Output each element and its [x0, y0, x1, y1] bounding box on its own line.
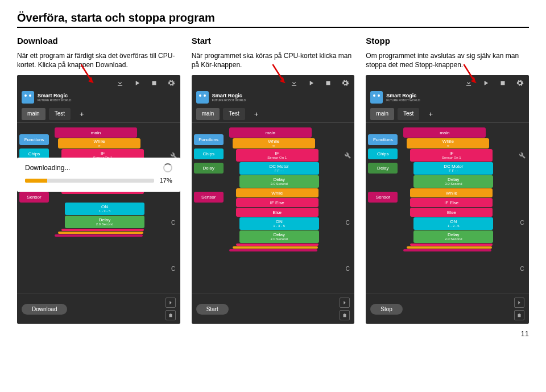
stop-icon[interactable] — [324, 79, 333, 88]
block-delay2-label: Delay — [99, 218, 110, 223]
tab-test[interactable]: Test — [223, 108, 245, 120]
logo-subtitle: FUTURE ROBOT WORLD — [212, 98, 246, 102]
trash-icon[interactable] — [166, 310, 176, 320]
block-else[interactable]: Else — [410, 208, 493, 217]
stop-icon[interactable] — [150, 79, 159, 88]
page-title: Överföra, starta och stoppa program — [17, 11, 529, 28]
gear-icon[interactable] — [515, 79, 524, 88]
block-delay2-sub: 2.0 Second — [96, 222, 113, 226]
gear-icon[interactable] — [167, 79, 176, 88]
play-icon[interactable] — [133, 79, 142, 88]
arrow-right-icon[interactable] — [340, 298, 350, 308]
block-on[interactable]: ON 1 - 3 - 5 — [239, 217, 319, 230]
block-if[interactable]: IF Sensor On 1 — [236, 149, 318, 162]
tab-add[interactable]: + — [74, 108, 90, 120]
play-icon[interactable] — [307, 79, 316, 88]
sidebar-sensor[interactable]: Sensor — [368, 192, 398, 203]
block-delay1[interactable]: Delay 3.0 Second — [239, 175, 319, 188]
block-while2[interactable]: While — [410, 188, 493, 197]
block-main[interactable]: main — [403, 127, 486, 138]
c-label-1: C — [171, 220, 175, 226]
canvas-right: C C — [515, 123, 529, 294]
sidebar-functions[interactable]: Functions — [368, 134, 398, 145]
download-icon[interactable] — [115, 79, 125, 88]
tab-add[interactable]: + — [423, 108, 439, 120]
trash-icon[interactable] — [514, 310, 524, 320]
stop-icon[interactable] — [498, 79, 507, 88]
column-download: Download När ett program är färdigt ska … — [17, 36, 180, 324]
block-main[interactable]: main — [55, 127, 137, 138]
sidebar-delay[interactable]: Delay — [368, 163, 398, 174]
arrow-right-icon[interactable] — [166, 298, 176, 308]
arrow-stop — [461, 64, 478, 88]
block-delay2[interactable]: Delay 2.0 Second — [413, 230, 493, 243]
block-dcmotor[interactable]: DC Motor F F - - — [413, 162, 493, 175]
logo-title: Smart Rogic — [38, 93, 71, 98]
block-main[interactable]: main — [229, 127, 312, 138]
block-ifelse[interactable]: IF Else — [236, 198, 318, 207]
bottombar: Download — [17, 294, 180, 324]
sidebar-sensor[interactable]: Sensor — [194, 192, 224, 203]
block-while2[interactable]: While — [236, 188, 318, 197]
block-delay1[interactable]: Delay 3.0 Second — [413, 175, 493, 188]
tab-add[interactable]: + — [249, 108, 264, 120]
tab-main[interactable]: main — [370, 108, 394, 120]
logo-subtitle: FUTURE ROBOT WORLD — [38, 98, 71, 102]
play-icon[interactable] — [481, 79, 490, 88]
gear-icon[interactable] — [341, 79, 350, 88]
block-else[interactable]: Else — [236, 208, 318, 217]
sidebar-functions[interactable]: Functions — [194, 134, 224, 145]
tab-main[interactable]: main — [196, 108, 220, 120]
sidebar: Functions Chips Delay Sensor — [17, 123, 51, 294]
wrench-icon[interactable] — [344, 151, 351, 160]
progress-bar — [25, 179, 154, 183]
sidebar-chips[interactable]: Chips — [194, 148, 224, 159]
workspace: Functions Chips Delay Sensor main While … — [366, 123, 529, 294]
sidebar: Functions Chips Delay Sensor — [366, 123, 400, 294]
svg-rect-0 — [152, 81, 156, 85]
wrench-icon[interactable] — [518, 151, 526, 160]
robot-icon — [196, 91, 209, 104]
run-button[interactable]: Start — [196, 304, 229, 315]
topbar — [17, 75, 180, 91]
block-dcmotor[interactable]: DC Motor F F - - — [239, 162, 319, 175]
tabs: main Test + — [17, 106, 180, 123]
block-on[interactable]: ON 1 - 3 - 5 — [65, 203, 144, 215]
workspace: Functions Chips Delay Sensor main While … — [17, 123, 180, 294]
spinner-icon — [163, 163, 172, 172]
trash-icon[interactable] — [340, 310, 350, 320]
block-while[interactable]: While ∞ — [58, 138, 140, 148]
run-button[interactable]: Download — [22, 304, 67, 315]
tab-test[interactable]: Test — [49, 108, 71, 120]
block-if[interactable]: IF Sensor On 1 — [410, 149, 493, 162]
canvas-right: C C — [167, 123, 180, 294]
canvas[interactable]: main While ∞ IF Sensor On 1 DC Motor F F… — [400, 123, 515, 294]
sidebar-chips[interactable]: Chips — [368, 148, 398, 159]
logo-row: Smart Rogic FUTURE ROBOT WORLD — [366, 91, 529, 106]
block-delay2[interactable]: Delay 2.0 Second — [65, 216, 144, 228]
arrow-download — [78, 64, 96, 88]
tab-test[interactable]: Test — [398, 108, 419, 120]
logo-row: Smart Rogic FUTURE ROBOT WORLD — [192, 91, 355, 106]
block-delay2[interactable]: Delay 2.0 Second — [239, 230, 319, 243]
canvas[interactable]: main While ∞ IF Sensor On 1 DC Motor F F… — [51, 123, 167, 294]
sidebar-sensor[interactable]: Sensor — [19, 192, 49, 203]
app-screenshot: Smart Rogic FUTURE ROBOT WORLD main Test… — [192, 75, 355, 324]
tab-main[interactable]: main — [22, 108, 46, 120]
sidebar-functions[interactable]: Functions — [19, 134, 49, 145]
block-while[interactable]: While ∞ — [233, 138, 315, 148]
logo-title: Smart Rogic — [386, 93, 420, 98]
arrow-right-icon[interactable] — [514, 298, 524, 308]
block-ifelse[interactable]: IF Else — [410, 198, 493, 207]
workspace: Functions Chips Delay Sensor main While … — [192, 123, 355, 294]
bottombar: Stop — [366, 294, 529, 324]
app-screenshot: Smart Rogic FUTURE ROBOT WORLD main Test… — [366, 75, 529, 324]
canvas[interactable]: main While ∞ IF Sensor On 1 DC Motor F F… — [226, 123, 341, 294]
download-icon[interactable] — [289, 79, 299, 88]
block-on-label: ON — [101, 205, 108, 210]
block-while[interactable]: While ∞ — [407, 138, 489, 148]
sidebar-delay[interactable]: Delay — [194, 163, 224, 174]
block-on[interactable]: ON 1 - 3 - 5 — [413, 217, 493, 230]
robot-icon — [370, 91, 383, 104]
run-button[interactable]: Stop — [370, 304, 403, 315]
